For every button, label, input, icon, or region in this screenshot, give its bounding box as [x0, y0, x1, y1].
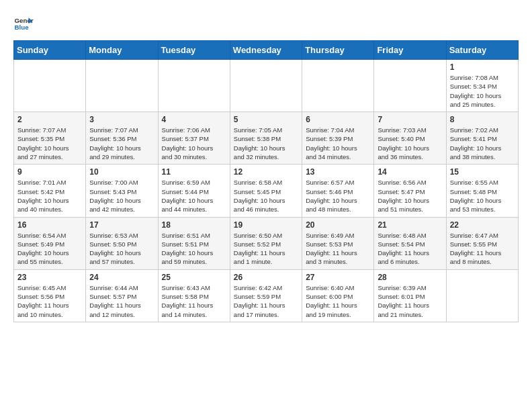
day-number: 25: [162, 273, 226, 282]
day-info: Sunrise: 6:39 AM Sunset: 6:01 PM Dayligh…: [378, 283, 442, 319]
day-info: Sunrise: 7:05 AM Sunset: 5:38 PM Dayligh…: [234, 126, 298, 161]
logo: General Blue: [13, 13, 39, 34]
calendar-cell: [14, 60, 86, 112]
day-info: Sunrise: 7:08 AM Sunset: 5:34 PM Dayligh…: [450, 73, 515, 109]
day-number: 14: [378, 167, 442, 177]
calendar-cell: 25Sunrise: 6:43 AM Sunset: 5:58 PM Dayli…: [158, 269, 230, 322]
day-number: 13: [306, 167, 370, 177]
calendar-cell: 6Sunrise: 7:04 AM Sunset: 5:39 PM Daylig…: [302, 112, 374, 165]
day-info: Sunrise: 6:44 AM Sunset: 5:57 PM Dayligh…: [89, 283, 154, 319]
day-number: 6: [306, 115, 370, 124]
calendar-cell: 8Sunrise: 7:02 AM Sunset: 5:41 PM Daylig…: [446, 112, 518, 165]
day-number: 2: [17, 115, 82, 124]
day-info: Sunrise: 7:04 AM Sunset: 5:39 PM Dayligh…: [306, 126, 370, 161]
calendar-cell: [230, 60, 302, 112]
day-number: 23: [17, 273, 82, 282]
day-info: Sunrise: 6:57 AM Sunset: 5:46 PM Dayligh…: [306, 178, 370, 214]
calendar-cell: 24Sunrise: 6:44 AM Sunset: 5:57 PM Dayli…: [86, 269, 158, 322]
day-info: Sunrise: 7:07 AM Sunset: 5:36 PM Dayligh…: [89, 126, 154, 161]
calendar-cell: [158, 60, 230, 112]
day-number: 12: [234, 167, 298, 177]
day-info: Sunrise: 6:59 AM Sunset: 5:44 PM Dayligh…: [162, 178, 226, 214]
calendar-cell: 1Sunrise: 7:08 AM Sunset: 5:34 PM Daylig…: [446, 60, 518, 112]
day-info: Sunrise: 7:02 AM Sunset: 5:41 PM Dayligh…: [450, 126, 515, 161]
day-number: 10: [89, 167, 154, 177]
calendar-cell: 22Sunrise: 6:47 AM Sunset: 5:55 PM Dayli…: [446, 217, 518, 269]
day-number: 11: [162, 167, 226, 177]
calendar-cell: 12Sunrise: 6:58 AM Sunset: 5:45 PM Dayli…: [230, 165, 302, 217]
calendar-cell: 26Sunrise: 6:42 AM Sunset: 5:59 PM Dayli…: [230, 269, 302, 322]
weekday-header-row: SundayMondayTuesdayWednesdayThursdayFrid…: [14, 41, 519, 60]
calendar-cell: 11Sunrise: 6:59 AM Sunset: 5:44 PM Dayli…: [158, 165, 230, 217]
header: General Blue: [13, 13, 519, 34]
day-number: 27: [306, 273, 370, 282]
day-number: 1: [450, 62, 515, 72]
week-row-2: 9Sunrise: 7:01 AM Sunset: 5:42 PM Daylig…: [14, 165, 519, 217]
week-row-4: 23Sunrise: 6:45 AM Sunset: 5:56 PM Dayli…: [14, 269, 519, 322]
weekday-monday: Monday: [86, 41, 158, 60]
day-number: 22: [450, 220, 515, 230]
day-number: 19: [234, 220, 298, 230]
day-number: 18: [162, 220, 226, 230]
day-number: 16: [17, 220, 82, 230]
day-info: Sunrise: 6:53 AM Sunset: 5:50 PM Dayligh…: [89, 231, 154, 267]
day-info: Sunrise: 7:01 AM Sunset: 5:42 PM Dayligh…: [17, 178, 82, 214]
calendar-cell: 19Sunrise: 6:50 AM Sunset: 5:52 PM Dayli…: [230, 217, 302, 269]
day-info: Sunrise: 6:48 AM Sunset: 5:54 PM Dayligh…: [378, 231, 442, 267]
day-number: 5: [234, 115, 298, 124]
week-row-0: 1Sunrise: 7:08 AM Sunset: 5:34 PM Daylig…: [14, 60, 519, 112]
day-number: 28: [378, 273, 442, 282]
day-info: Sunrise: 7:06 AM Sunset: 5:37 PM Dayligh…: [162, 126, 226, 161]
day-info: Sunrise: 6:55 AM Sunset: 5:48 PM Dayligh…: [450, 178, 515, 214]
calendar-cell: [302, 60, 374, 112]
calendar-cell: 7Sunrise: 7:03 AM Sunset: 5:40 PM Daylig…: [374, 112, 446, 165]
day-info: Sunrise: 7:07 AM Sunset: 5:35 PM Dayligh…: [17, 126, 82, 161]
day-number: 8: [450, 115, 515, 124]
day-number: 7: [378, 115, 442, 124]
week-row-3: 16Sunrise: 6:54 AM Sunset: 5:49 PM Dayli…: [14, 217, 519, 269]
day-info: Sunrise: 6:50 AM Sunset: 5:52 PM Dayligh…: [234, 231, 298, 267]
week-row-1: 2Sunrise: 7:07 AM Sunset: 5:35 PM Daylig…: [14, 112, 519, 165]
day-info: Sunrise: 6:58 AM Sunset: 5:45 PM Dayligh…: [234, 178, 298, 214]
calendar-cell: 21Sunrise: 6:48 AM Sunset: 5:54 PM Dayli…: [374, 217, 446, 269]
calendar-cell: 27Sunrise: 6:40 AM Sunset: 6:00 PM Dayli…: [302, 269, 374, 322]
day-info: Sunrise: 6:45 AM Sunset: 5:56 PM Dayligh…: [17, 283, 82, 319]
calendar-cell: 14Sunrise: 6:56 AM Sunset: 5:47 PM Dayli…: [374, 165, 446, 217]
day-number: 9: [17, 167, 82, 177]
day-info: Sunrise: 6:56 AM Sunset: 5:47 PM Dayligh…: [378, 178, 442, 214]
weekday-tuesday: Tuesday: [158, 41, 230, 60]
day-number: 26: [234, 273, 298, 282]
day-number: 4: [162, 115, 226, 124]
calendar-cell: 15Sunrise: 6:55 AM Sunset: 5:48 PM Dayli…: [446, 165, 518, 217]
calendar-cell: 28Sunrise: 6:39 AM Sunset: 6:01 PM Dayli…: [374, 269, 446, 322]
calendar-cell: 5Sunrise: 7:05 AM Sunset: 5:38 PM Daylig…: [230, 112, 302, 165]
calendar-cell: 20Sunrise: 6:49 AM Sunset: 5:53 PM Dayli…: [302, 217, 374, 269]
weekday-wednesday: Wednesday: [230, 41, 302, 60]
calendar-cell: 4Sunrise: 7:06 AM Sunset: 5:37 PM Daylig…: [158, 112, 230, 165]
day-info: Sunrise: 6:40 AM Sunset: 6:00 PM Dayligh…: [306, 283, 370, 319]
calendar-cell: 2Sunrise: 7:07 AM Sunset: 5:35 PM Daylig…: [14, 112, 86, 165]
day-number: 24: [89, 273, 154, 282]
day-info: Sunrise: 6:49 AM Sunset: 5:53 PM Dayligh…: [306, 231, 370, 267]
weekday-friday: Friday: [374, 41, 446, 60]
day-info: Sunrise: 6:43 AM Sunset: 5:58 PM Dayligh…: [162, 283, 226, 319]
calendar-cell: 9Sunrise: 7:01 AM Sunset: 5:42 PM Daylig…: [14, 165, 86, 217]
calendar-cell: [446, 269, 518, 322]
calendar-cell: [86, 60, 158, 112]
day-number: 17: [89, 220, 154, 230]
calendar-cell: [374, 60, 446, 112]
calendar-cell: 10Sunrise: 7:00 AM Sunset: 5:43 PM Dayli…: [86, 165, 158, 217]
weekday-saturday: Saturday: [446, 41, 518, 60]
calendar-cell: 18Sunrise: 6:51 AM Sunset: 5:51 PM Dayli…: [158, 217, 230, 269]
day-info: Sunrise: 6:51 AM Sunset: 5:51 PM Dayligh…: [162, 231, 226, 267]
day-number: 20: [306, 220, 370, 230]
calendar-cell: 3Sunrise: 7:07 AM Sunset: 5:36 PM Daylig…: [86, 112, 158, 165]
day-info: Sunrise: 6:54 AM Sunset: 5:49 PM Dayligh…: [17, 231, 82, 267]
day-info: Sunrise: 7:03 AM Sunset: 5:40 PM Dayligh…: [378, 126, 442, 161]
svg-text:Blue: Blue: [15, 24, 30, 31]
day-number: 15: [450, 167, 515, 177]
calendar-cell: 17Sunrise: 6:53 AM Sunset: 5:50 PM Dayli…: [86, 217, 158, 269]
day-number: 21: [378, 220, 442, 230]
day-number: 3: [89, 115, 154, 124]
day-info: Sunrise: 6:42 AM Sunset: 5:59 PM Dayligh…: [234, 283, 298, 319]
